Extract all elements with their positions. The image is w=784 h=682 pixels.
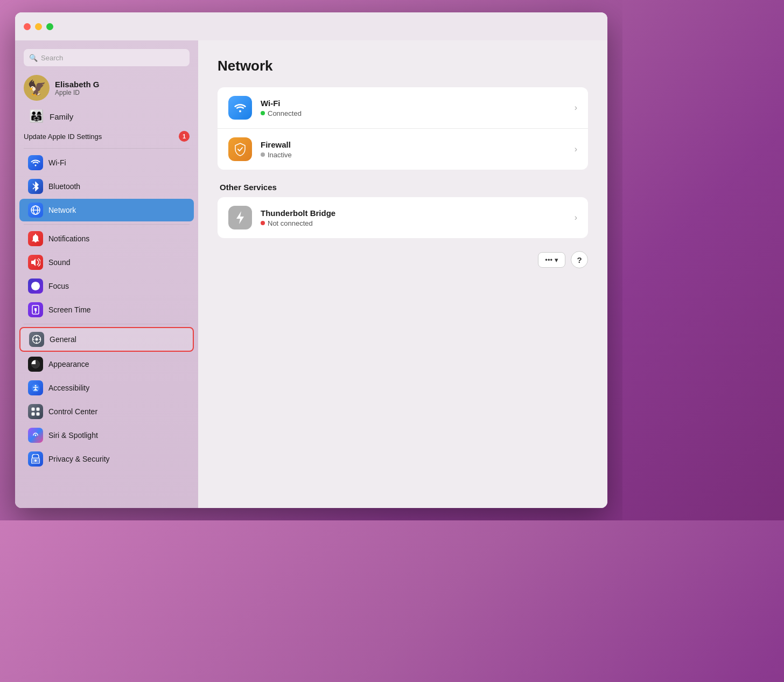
sidebar-item-label-notifications: Notifications [48, 234, 89, 243]
family-icon: 👨‍👩‍👧 [28, 108, 44, 124]
card-firewall-title: Firewall [261, 140, 566, 149]
card-item-thunderbolt[interactable]: Thunderbolt Bridge Not connected › [218, 197, 588, 238]
sidebar-item-label-sound: Sound [48, 258, 70, 267]
user-info: Elisabeth G Apple ID [55, 80, 100, 96]
help-label: ? [577, 255, 582, 265]
sidebar-item-label-focus: Focus [48, 282, 69, 290]
sidebar-item-wifi[interactable]: Wi-Fi [19, 151, 194, 174]
sidebar-item-sound[interactable]: Sound [19, 251, 194, 274]
sidebar-item-label-appearance: Appearance [48, 360, 89, 368]
wifi-icon [28, 155, 43, 170]
controlcenter-icon [28, 404, 43, 419]
card-wifi-title: Wi-Fi [261, 99, 566, 108]
more-dots: ••• [545, 256, 552, 264]
sound-icon [28, 255, 43, 270]
avatar: 🦅 [24, 75, 50, 101]
svg-point-8 [35, 385, 37, 387]
svg-rect-11 [32, 413, 35, 416]
update-badge: 1 [179, 131, 190, 142]
bluetooth-icon [28, 179, 43, 194]
firewall-chevron-icon: › [575, 144, 577, 154]
svg-rect-12 [37, 413, 40, 416]
sidebar-item-appearance[interactable]: Appearance [19, 353, 194, 375]
card-firewall-status: Inactive [261, 151, 566, 159]
sidebar-item-general[interactable]: General [19, 327, 194, 352]
main-content: Network Wi-Fi Conn [198, 40, 607, 508]
card-firewall-icon [228, 137, 252, 161]
sidebar-item-label-general: General [50, 335, 76, 344]
sidebar-item-bluetooth[interactable]: Bluetooth [19, 175, 194, 198]
thunderbolt-status-text: Not connected [268, 219, 313, 227]
privacy-icon [28, 451, 43, 467]
sidebar-item-accessibility[interactable]: Accessibility [19, 377, 194, 399]
close-button[interactable] [24, 23, 31, 30]
card-thunderbolt-title: Thunderbolt Bridge [261, 208, 566, 218]
sidebar-divider-1 [24, 148, 190, 149]
other-services-label: Other Services [218, 183, 588, 192]
more-chevron-icon: ▾ [555, 256, 558, 264]
other-services-card-group: Thunderbolt Bridge Not connected › [218, 197, 588, 238]
card-wifi-text: Wi-Fi Connected [261, 99, 566, 117]
help-button[interactable]: ? [571, 251, 588, 268]
notifications-icon [28, 231, 43, 246]
card-thunderbolt-icon [228, 206, 252, 229]
app-window: 🔍 Search 🦅 Elisabeth G Apple ID 👨‍👩‍👧 [15, 12, 607, 508]
wifi-status-text: Connected [268, 109, 302, 117]
sidebar-item-focus[interactable]: Focus [19, 275, 194, 297]
focus-icon [28, 279, 43, 294]
sidebar-item-family[interactable]: 👨‍👩‍👧 Family [19, 105, 194, 128]
card-thunderbolt-text: Thunderbolt Bridge Not connected [261, 208, 566, 227]
primary-card-group: Wi-Fi Connected › [218, 87, 588, 170]
sidebar-item-notifications[interactable]: Notifications [19, 227, 194, 250]
minimize-button[interactable] [35, 23, 42, 30]
more-button[interactable]: ••• ▾ [538, 252, 565, 268]
svg-point-14 [35, 435, 37, 436]
family-label: Family [50, 112, 73, 121]
svg-rect-10 [37, 408, 40, 411]
general-icon [29, 332, 44, 347]
sidebar-item-label-siri: Siri & Spotlight [48, 431, 98, 440]
sidebar: 🔍 Search 🦅 Elisabeth G Apple ID 👨‍👩‍👧 [15, 40, 198, 508]
svg-rect-9 [32, 408, 35, 411]
search-placeholder: Search [41, 54, 63, 62]
sidebar-item-privacy[interactable]: Privacy & Security [19, 448, 194, 470]
search-box[interactable]: 🔍 Search [24, 49, 190, 66]
siri-icon [28, 428, 43, 443]
card-item-wifi[interactable]: Wi-Fi Connected › [218, 87, 588, 129]
appearance-icon [28, 357, 43, 372]
maximize-button[interactable] [46, 23, 53, 30]
card-firewall-text: Firewall Inactive [261, 140, 566, 159]
content-area: 🔍 Search 🦅 Elisabeth G Apple ID 👨‍👩‍👧 [15, 40, 607, 508]
sidebar-item-siri[interactable]: Siri & Spotlight [19, 424, 194, 447]
update-apple-id-banner[interactable]: Update Apple ID Settings 1 [24, 131, 190, 142]
thunderbolt-status-dot [261, 221, 265, 225]
firewall-status-dot [261, 152, 265, 157]
sidebar-item-label-wifi: Wi-Fi [48, 158, 66, 167]
user-profile[interactable]: 🦅 Elisabeth G Apple ID [15, 73, 198, 105]
sidebar-item-label-privacy: Privacy & Security [48, 455, 110, 463]
bottom-actions: ••• ▾ ? [218, 251, 588, 268]
update-text: Update Apple ID Settings [24, 133, 102, 141]
card-thunderbolt-status: Not connected [261, 219, 566, 227]
sidebar-item-label-accessibility: Accessibility [48, 384, 89, 392]
user-name: Elisabeth G [55, 80, 100, 89]
svg-point-5 [36, 338, 38, 341]
user-subtitle: Apple ID [55, 89, 100, 96]
title-bar [15, 12, 607, 40]
card-wifi-icon [228, 96, 252, 120]
sidebar-item-network[interactable]: Network [19, 199, 194, 221]
sidebar-item-controlcenter[interactable]: Control Center [19, 400, 194, 423]
thunderbolt-chevron-icon: › [575, 213, 577, 222]
wifi-status-dot [261, 111, 265, 115]
card-item-firewall[interactable]: Firewall Inactive › [218, 129, 588, 170]
firewall-status-text: Inactive [268, 151, 292, 159]
sidebar-item-screentime[interactable]: Screen Time [19, 298, 194, 321]
sidebar-item-label-controlcenter: Control Center [48, 407, 97, 416]
search-icon: 🔍 [29, 54, 38, 62]
search-container: 🔍 Search [15, 47, 198, 73]
sidebar-item-label-network: Network [48, 206, 76, 214]
traffic-lights [24, 23, 53, 30]
wifi-chevron-icon: › [575, 103, 577, 113]
sidebar-divider-3 [24, 324, 190, 324]
sidebar-item-label-bluetooth: Bluetooth [48, 182, 80, 191]
